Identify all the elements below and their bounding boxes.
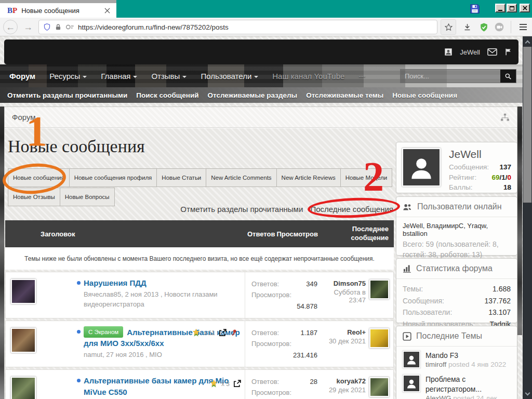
recent-topic-avatar[interactable] — [403, 351, 420, 368]
recent-topic-item: Проблема с регистратором... AlexWG poste… — [396, 370, 517, 399]
minimize-button[interactable] — [495, 4, 506, 12]
pinned-icon — [230, 328, 238, 337]
last-post-avatar[interactable] — [369, 328, 389, 348]
share-icon[interactable] — [233, 379, 242, 388]
main-column: Новые сообщения Новые сообщения Новые со… — [5, 128, 394, 399]
views-label: Просмотров: — [251, 338, 291, 349]
tab-new-models[interactable]: Новые Модели — [340, 168, 392, 187]
recent-topic-author[interactable]: timiroff — [425, 361, 446, 368]
permissions-icon[interactable] — [65, 23, 74, 31]
last-post-user[interactable]: koryak72 — [329, 377, 366, 385]
search-box — [400, 69, 516, 83]
adblock-shield-icon[interactable] — [476, 19, 491, 35]
replies-count: 28 — [310, 376, 317, 387]
views-label: Просмотров: — [251, 387, 291, 398]
last-post-avatar[interactable] — [369, 377, 389, 397]
share-icon[interactable] — [218, 328, 227, 337]
thread-starter-avatar[interactable] — [11, 377, 36, 399]
tab-close-icon[interactable] — [103, 6, 111, 15]
lock-icon[interactable] — [55, 23, 62, 31]
site-favicon: BP — [7, 6, 17, 15]
search-button[interactable] — [500, 70, 516, 83]
alerts-flag-icon[interactable] — [504, 48, 512, 56]
breadcrumb-forum[interactable]: Форум — [12, 113, 500, 122]
logged-in-username[interactable]: JeWell — [460, 48, 480, 56]
page-body: Новые сообщения Новые сообщения Новые со… — [5, 128, 517, 399]
nav-item-overflow[interactable]: --- — [358, 72, 365, 80]
mark-forums-read-link[interactable]: Отметить разделы прочитанными — [180, 205, 303, 214]
bookmark-star-icon[interactable] — [441, 19, 456, 35]
thread-starter-avatar[interactable] — [11, 328, 36, 353]
last-post-date[interactable]: 30 дек 2021 — [329, 337, 366, 345]
save-session-icon[interactable] — [469, 3, 481, 15]
subnav-watched-threads[interactable]: Отслеживаемые темы — [306, 91, 383, 99]
nav-item-resources[interactable]: Ресурсы — [49, 72, 87, 81]
window-controls — [495, 4, 530, 12]
menu-hamburger-icon[interactable] — [515, 19, 531, 35]
scrollbar-thumb[interactable] — [523, 47, 531, 203]
subnav-new-posts[interactable]: Новые сообщения — [392, 91, 457, 99]
thread-starter-avatar[interactable] — [11, 279, 36, 304]
recent-posts-link[interactable]: Последние сообщения — [310, 205, 393, 214]
nav-item-home[interactable]: Главная — [101, 72, 137, 81]
nav-item-reviews[interactable]: Отзывы — [151, 72, 187, 81]
thread-row: Нарушения ПДД Вячеслав85, 2 ноя 2013 , Н… — [5, 272, 394, 318]
replies-label: Ответов: — [251, 278, 279, 289]
breadcrumb: Форум — [5, 107, 517, 128]
scroll-down-button[interactable] — [523, 389, 532, 399]
unread-bullet — [77, 281, 81, 285]
browser-tab[interactable]: BP Новые сообщения — [0, 3, 116, 18]
tab-new-profile-posts[interactable]: Новые сообщения профиля — [69, 168, 157, 187]
profile-avatar[interactable] — [402, 148, 441, 187]
recent-topic-title[interactable]: Проблема с регистратором... — [425, 375, 511, 393]
chevron-down-icon — [254, 76, 258, 78]
page-scrollbar[interactable] — [523, 36, 532, 399]
close-button[interactable] — [520, 4, 530, 12]
tab-new-posts[interactable]: Новые сообщения — [8, 168, 70, 187]
recent-topic-title[interactable]: Mando F3 — [425, 351, 506, 360]
back-button[interactable]: ← — [3, 20, 18, 34]
profile-name[interactable]: JeWell — [449, 148, 511, 161]
subnav-mark-read[interactable]: Отметить разделы прочитанными — [7, 91, 127, 99]
nav-item-users[interactable]: Пользователи — [201, 72, 258, 81]
inbox-envelope-icon[interactable] — [487, 48, 497, 56]
last-post-date[interactable]: Суббота в 23:47 — [324, 288, 366, 304]
recent-topic-avatar[interactable] — [403, 375, 420, 392]
tracking-shield-icon[interactable] — [43, 23, 51, 31]
online-users-list[interactable]: JeWell, ВладимирС, Yraqw, bstallion — [396, 217, 517, 238]
sitemap-icon[interactable] — [500, 113, 510, 122]
subnav-watched-forums[interactable]: Отслеживаемые разделы — [208, 91, 298, 99]
views-count: 231.416 — [251, 350, 317, 361]
bar-chart-icon — [403, 264, 411, 273]
thread-title-link[interactable]: Нарушения ПДД — [84, 277, 244, 289]
url-text[interactable]: https://videoregforum.ru/find-new/787520… — [78, 23, 229, 31]
downloads-icon[interactable] — [459, 19, 475, 35]
last-post-user[interactable]: Dimson75 — [324, 280, 366, 287]
tab-new-questions[interactable]: Новые Вопросы — [60, 188, 115, 206]
user-avatar-icon[interactable] — [444, 48, 453, 56]
search-input[interactable] — [401, 70, 500, 83]
tab-new-article-reviews[interactable]: New Article Reviews — [276, 168, 341, 187]
tab-new-articles[interactable]: Новые Статьи — [156, 168, 206, 187]
last-post-date[interactable]: 29 дек 2021 — [329, 386, 366, 394]
thread-stats: Ответов:28 Просмотров: — [245, 370, 324, 399]
last-post-avatar[interactable] — [369, 280, 389, 299]
tab-new-article-comments[interactable]: New Article Comments — [206, 168, 276, 187]
last-post-user[interactable]: Reol+ — [329, 328, 366, 336]
messages-label: Сообщения: — [449, 162, 489, 172]
forward-button[interactable]: → — [21, 20, 35, 34]
nav-item-youtube[interactable]: Наш канал YouTube — [272, 72, 344, 81]
camera-icon[interactable] — [491, 19, 507, 35]
thread-table-header: Заголовок Ответов Просмотров Последнее с… — [5, 220, 394, 247]
tab-new-reviews[interactable]: Новые Отзывы — [8, 188, 60, 206]
recent-topic-author[interactable]: AlexWG — [425, 394, 451, 399]
recent-topic-date: posted 4 янв 2022 — [448, 361, 506, 368]
subnav-search-posts[interactable]: Поиск сообщений — [136, 91, 198, 99]
browser-toolbar: ← → https://videoregforum.ru/find-new/78… — [0, 18, 532, 36]
scroll-up-button[interactable] — [523, 36, 532, 47]
nav-item-forum[interactable]: Форум — [9, 72, 35, 81]
stat-label: Сообщения: — [403, 295, 444, 307]
maximize-button[interactable] — [507, 4, 517, 12]
award-star-icon — [209, 379, 218, 388]
address-bar[interactable]: https://videoregforum.ru/find-new/787520… — [38, 20, 437, 34]
